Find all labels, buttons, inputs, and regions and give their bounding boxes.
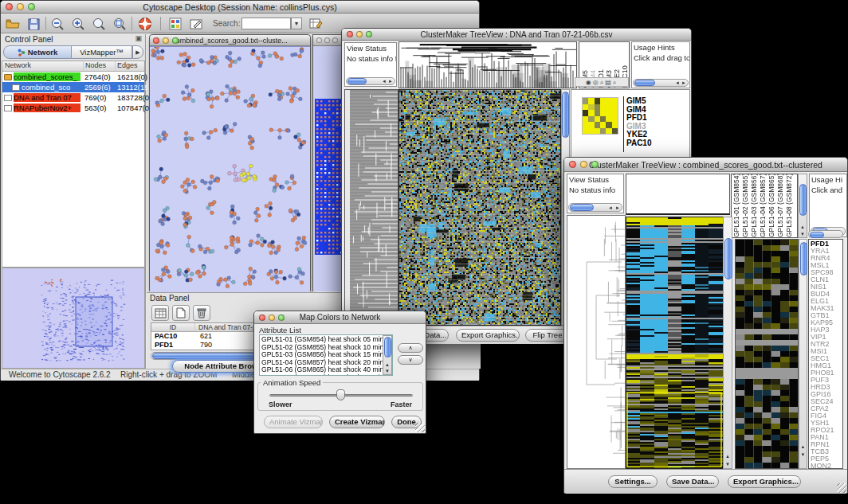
matrix-cell <box>583 110 588 116</box>
gene-label[interactable]: GIM5 <box>626 97 687 106</box>
tab-network[interactable]: Network <box>3 45 72 59</box>
move-down-button[interactable]: ∨ <box>398 355 423 365</box>
close-icon[interactable] <box>6 3 13 10</box>
search-input[interactable] <box>241 18 291 29</box>
close-icon[interactable] <box>347 31 353 37</box>
window-controls[interactable] <box>6 3 35 10</box>
attribute-browser-button[interactable] <box>307 16 324 32</box>
col-header-edges[interactable]: Edges <box>116 61 144 71</box>
zoom-fit-button[interactable] <box>90 16 108 32</box>
network-row[interactable]: RNAPuberNov2+563(0)107847(0) <box>2 103 144 113</box>
dialog-title-bar[interactable]: Map Colors to Network <box>254 311 426 324</box>
close-icon[interactable] <box>153 37 159 44</box>
resize-grip[interactable] <box>415 423 425 432</box>
attribute-list-label: Attribute List <box>259 326 301 334</box>
zoom-in-button[interactable] <box>69 16 87 32</box>
tv1-row-dendrogram[interactable] <box>344 89 398 326</box>
zoom-selected-button[interactable] <box>111 16 128 32</box>
network-tab-icon <box>18 49 26 57</box>
move-up-button[interactable]: ∧ <box>398 343 423 353</box>
delete-attribute-button[interactable] <box>193 305 210 321</box>
resize-grip[interactable] <box>837 483 846 493</box>
export-graphics-button[interactable]: Export Graphics... <box>728 475 801 488</box>
vizmapper-button[interactable] <box>167 16 184 32</box>
network-row[interactable]: DNA and Tran 07769(0)183728(0) <box>2 92 144 103</box>
tv2-column-area[interactable] <box>626 174 730 215</box>
main-title-bar[interactable]: Cytoscape Desktop (Session Name: collins… <box>1 1 479 14</box>
save-session-button[interactable] <box>25 16 42 32</box>
matrix-cell <box>600 110 606 116</box>
treeview2-title-bar[interactable]: ClusterMaker TreeView : combined_scores_… <box>564 158 847 172</box>
zoom-window-icon[interactable] <box>28 3 35 10</box>
zoom-window-icon[interactable] <box>591 161 599 168</box>
minimize-icon[interactable] <box>269 315 275 321</box>
col-header-nodes[interactable]: Nodes <box>84 61 116 71</box>
gene-label[interactable]: YKE2 <box>626 131 687 139</box>
column-label: GPL51-07 (GSM868) <box>776 174 785 237</box>
minimize-icon[interactable] <box>163 37 169 44</box>
view-status-scrollbar[interactable]: ◄ ► <box>568 203 622 212</box>
zoom-window-icon[interactable] <box>366 31 372 37</box>
close-icon[interactable] <box>259 315 265 321</box>
tv1-column-dendrogram[interactable] <box>398 41 577 88</box>
tab-vizmapper[interactable]: VizMapper™ <box>72 45 132 59</box>
minimize-icon[interactable] <box>580 161 587 168</box>
tv2-row-dendrogram[interactable] <box>567 215 626 469</box>
tv2-genelist-vscrollbar[interactable]: ▲ ▼ <box>799 239 807 469</box>
col-header-network[interactable]: Network <box>2 61 84 71</box>
minimize-icon[interactable] <box>17 3 24 10</box>
attribute-listbox[interactable]: GPL51-01 (GSM854) heat shock 05 minGPL51… <box>259 334 393 376</box>
tv1-zoom-heatmap[interactable] <box>582 97 618 135</box>
zoom-window-icon[interactable] <box>172 37 179 44</box>
gene-label[interactable]: MON2 <box>811 463 842 469</box>
minimize-icon[interactable] <box>356 31 363 37</box>
search-dropdown-button[interactable]: ▼ <box>291 18 302 29</box>
network-overview-panel[interactable] <box>2 268 145 369</box>
zoom-window-icon[interactable] <box>278 315 285 321</box>
settings-button[interactable]: Settings... <box>608 475 658 488</box>
table-icon-button[interactable] <box>151 305 169 321</box>
attribute-list-vscrollbar[interactable]: ▲ ▼ <box>383 335 392 375</box>
float-panel-icon[interactable]: ▣ <box>135 34 142 42</box>
tv2-heatmap[interactable] <box>626 217 724 469</box>
gene-label[interactable]: PFD1 <box>626 114 687 123</box>
tv1-heatmap[interactable] <box>398 89 561 326</box>
zoom-window-icon[interactable] <box>332 37 338 43</box>
attribute-item[interactable]: GPL51-07 (GSM868) heat shock 60 min <box>261 374 391 376</box>
zoom-out-button[interactable] <box>49 16 66 32</box>
attribute-items: GPL51-01 (GSM854) heat shock 05 minGPL51… <box>260 335 392 376</box>
usage-hints-scrollbar[interactable]: ◄ ► <box>633 79 689 87</box>
gene-label[interactable]: PAC10 <box>626 139 687 148</box>
annotation-button[interactable] <box>187 16 205 32</box>
tab-overflow-button[interactable]: ▶ <box>132 45 143 59</box>
help-button[interactable] <box>136 16 154 32</box>
save-data-button[interactable]: Save Data... <box>666 475 719 488</box>
tv2-labels-vscrollbar[interactable]: ▲ ▼ <box>798 174 807 238</box>
tv1-zoom-controls[interactable]: ◉◎⌕▤⌕ <box>575 77 629 87</box>
network-row[interactable]: combined_scores_2764(0)16218(0) <box>2 72 144 82</box>
tv2-zoom-view[interactable] <box>735 239 799 469</box>
treeview1-title-bar[interactable]: ClusterMaker TreeView : DNA and Tran 07-… <box>342 29 691 41</box>
close-icon[interactable] <box>316 37 322 43</box>
new-attribute-button[interactable] <box>172 305 190 321</box>
tv2-column-labels: GPL51-01 (GSM854)GPL51-02 (GSM855)GPL51-… <box>731 174 798 238</box>
network-canvas[interactable] <box>150 46 310 292</box>
matrix-cell <box>600 116 606 123</box>
treeview2-title: ClusterMaker TreeView : combined_scores_… <box>564 160 847 170</box>
view-status-scrollbar[interactable]: ◄ ► <box>346 77 395 85</box>
gene-value: 621 <box>195 332 212 341</box>
open-session-button[interactable] <box>4 16 22 32</box>
close-icon[interactable] <box>569 161 576 168</box>
tv2-heatmap-vscrollbar[interactable]: ▲ ▼ <box>723 217 732 469</box>
trash-icon <box>197 307 206 318</box>
minimize-icon[interactable] <box>324 37 330 43</box>
speed-slider-thumb[interactable] <box>336 389 345 400</box>
export-graphics-button[interactable]: Export Graphics... <box>456 329 520 342</box>
dense-network-canvas[interactable] <box>313 46 344 291</box>
create-vizmap-button[interactable]: Create Vizmap <box>329 416 385 428</box>
overview-canvas[interactable] <box>2 268 144 368</box>
animate-vizmap-button[interactable]: Animate Vizmap <box>264 416 323 428</box>
tv2-genelist-hscrollbar[interactable] <box>808 230 843 238</box>
data-col-id[interactable]: ID <box>151 323 195 331</box>
network-row[interactable]: combined_sco2569(6)13112(15) <box>2 82 144 92</box>
